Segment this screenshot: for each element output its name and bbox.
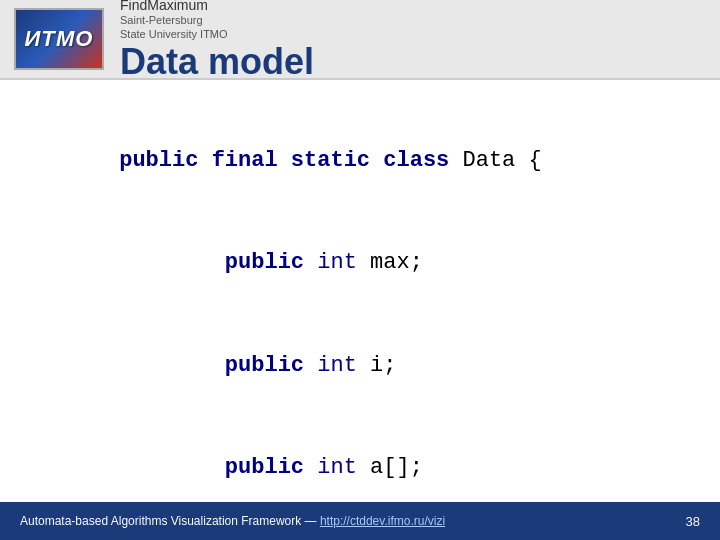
classname-data: Data	[463, 148, 516, 173]
main-content: public final static class Data { public …	[0, 80, 720, 540]
header-text: FindMaximum Saint-Petersburg State Unive…	[120, 0, 314, 81]
code-line-1: public final static class Data {	[40, 110, 680, 212]
keyword-final: final	[212, 148, 278, 173]
keyword-static: static	[291, 148, 370, 173]
footer-description: Automata-based Algorithms Visualization …	[20, 514, 445, 528]
page-title: Data model	[120, 42, 314, 82]
keyword-public: public	[119, 148, 198, 173]
find-label: FindMaximum	[120, 0, 314, 13]
type-int-1: int	[317, 250, 357, 275]
footer-page-number: 38	[686, 514, 700, 529]
code-block: public final static class Data { public …	[40, 110, 680, 540]
type-int-3: int	[317, 455, 357, 480]
header: ИТМО FindMaximum Saint-Petersburg State …	[0, 0, 720, 80]
keyword-public-3: public	[225, 353, 304, 378]
footer-desc-text: Automata-based Algorithms Visualization …	[20, 514, 320, 528]
keyword-public-2: public	[225, 250, 304, 275]
university-subtitle: Saint-Petersburg State University ITMO	[120, 13, 314, 42]
subtitle-line1: Saint-Petersburg	[120, 14, 203, 26]
logo-text: ИТМО	[25, 26, 94, 52]
subtitle-line2: State University ITMO	[120, 28, 228, 40]
logo: ИТМО	[14, 8, 104, 70]
code-line-3: public int i;	[40, 315, 680, 417]
footer-link[interactable]: http://ctddev.ifmo.ru/vizi	[320, 514, 445, 528]
keyword-public-4: public	[225, 455, 304, 480]
footer: Automata-based Algorithms Visualization …	[0, 502, 720, 540]
code-line-2: public int max;	[40, 212, 680, 314]
keyword-class: class	[383, 148, 449, 173]
type-int-2: int	[317, 353, 357, 378]
